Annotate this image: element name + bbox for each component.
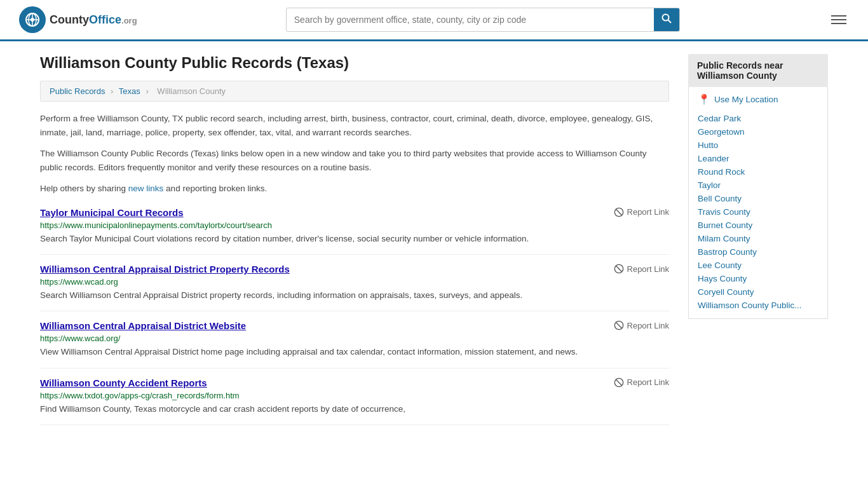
sidebar-link-7[interactable]: Travis County (698, 205, 818, 219)
logo-area: CountyOffice.org (19, 6, 137, 33)
breadcrumb-sep1: › (111, 86, 113, 96)
record-item: Taylor Municipal Court Records Report Li… (40, 198, 669, 255)
record-url-2[interactable]: https://www.wcad.org/ (40, 334, 669, 343)
sidebar-link-13[interactable]: Coryell County (698, 285, 818, 299)
report-link-3[interactable]: Report Link (614, 377, 669, 388)
sidebar-link-1[interactable]: Georgetown (698, 125, 818, 139)
intro3-suffix: and reporting broken links. (163, 184, 267, 193)
intro3-prefix: Help others by sharing (40, 184, 128, 193)
sidebar-link-3[interactable]: Leander (698, 152, 818, 165)
svg-line-11 (616, 266, 621, 272)
intro-paragraph-1: Perform a free Williamson County, TX pub… (40, 112, 669, 139)
svg-line-7 (668, 20, 671, 24)
record-url-1[interactable]: https://www.wcad.org (40, 277, 669, 287)
report-icon-0 (614, 207, 624, 217)
record-title-1[interactable]: Williamson Central Appraisal District Pr… (40, 264, 290, 274)
svg-line-15 (616, 379, 621, 385)
svg-point-6 (662, 15, 668, 21)
breadcrumb: Public Records › Texas › Williamson Coun… (40, 81, 669, 102)
sidebar-link-12[interactable]: Hays County (698, 272, 818, 285)
record-title-3[interactable]: Williamson County Accident Reports (40, 377, 207, 388)
record-url-3[interactable]: https://www.txdot.gov/apps-cg/crash_reco… (40, 391, 669, 400)
search-input-wrap (286, 8, 680, 32)
intro-paragraph-3: Help others by sharing new links and rep… (40, 182, 669, 196)
use-location-button[interactable]: 📍 Use My Location (698, 93, 818, 105)
sidebar-link-5[interactable]: Taylor (698, 179, 818, 192)
records-list: Taylor Municipal Court Records Report Li… (40, 198, 669, 425)
logo-icon (19, 6, 46, 33)
content-area: Williamson County Public Records (Texas)… (40, 54, 669, 425)
main-layout: Williamson County Public Records (Texas)… (21, 41, 847, 438)
report-link-2[interactable]: Report Link (614, 320, 669, 330)
sidebar-header: Public Records near Williamson County (688, 54, 828, 87)
breadcrumb-sep2: › (146, 86, 148, 96)
record-title-0[interactable]: Taylor Municipal Court Records (40, 207, 184, 218)
sidebar: Public Records near Williamson County 📍 … (688, 54, 828, 425)
sidebar-link-0[interactable]: Cedar Park (698, 112, 818, 125)
logo-text: CountyOffice.org (50, 13, 137, 27)
breadcrumb-texas[interactable]: Texas (119, 86, 140, 96)
svg-line-13 (616, 323, 621, 329)
sidebar-link-9[interactable]: Milam County (698, 232, 818, 245)
search-button[interactable] (654, 8, 679, 31)
sidebar-link-10[interactable]: Bastrop County (698, 245, 818, 259)
search-input[interactable] (287, 10, 654, 30)
sidebar-link-8[interactable]: Burnet County (698, 219, 818, 232)
record-desc-1: Search Williamson Central Appraisal Dist… (40, 289, 669, 302)
intro-paragraph-2: The Williamson County Public Records (Te… (40, 147, 669, 174)
location-icon: 📍 (698, 93, 710, 105)
svg-line-9 (616, 209, 621, 215)
report-icon-3 (614, 377, 624, 388)
report-link-1[interactable]: Report Link (614, 264, 669, 274)
record-desc-3: Find Williamson County, Texas motorcycle… (40, 403, 669, 416)
sidebar-link-2[interactable]: Hutto (698, 139, 818, 152)
menu-icon-line3 (831, 23, 846, 24)
sidebar-link-6[interactable]: Bell County (698, 192, 818, 205)
search-area (286, 8, 680, 32)
sidebar-link-4[interactable]: Round Rock (698, 165, 818, 179)
record-item: Williamson Central Appraisal District Pr… (40, 255, 669, 311)
page-title: Williamson County Public Records (Texas) (40, 54, 669, 72)
use-location-label: Use My Location (714, 95, 778, 104)
sidebar-link-11[interactable]: Lee County (698, 259, 818, 272)
breadcrumb-public-records[interactable]: Public Records (50, 86, 105, 96)
svg-point-5 (31, 18, 34, 22)
sidebar-links: Cedar ParkGeorgetownHuttoLeanderRound Ro… (698, 112, 818, 312)
breadcrumb-county: Williamson County (157, 86, 226, 96)
record-url-0[interactable]: https://www.municipalonlinepayments.com/… (40, 220, 669, 230)
sidebar-content: 📍 Use My Location Cedar ParkGeorgetownHu… (688, 87, 828, 319)
header: CountyOffice.org (0, 0, 868, 41)
report-link-0[interactable]: Report Link (614, 207, 669, 217)
record-desc-0: Search Taylor Municipal Court violations… (40, 233, 669, 245)
report-icon-1 (614, 264, 624, 274)
sidebar-link-14[interactable]: Williamson County Public... (698, 299, 818, 312)
report-icon-2 (614, 320, 624, 330)
record-item: Williamson County Accident Reports Repor… (40, 369, 669, 425)
record-title-2[interactable]: Williamson Central Appraisal District We… (40, 320, 246, 331)
menu-icon-line2 (831, 19, 846, 20)
menu-button[interactable] (829, 13, 849, 27)
record-item: Williamson Central Appraisal District We… (40, 311, 669, 368)
new-links-link[interactable]: new links (128, 184, 164, 193)
record-desc-2: View Williamson Central Appraisal Distri… (40, 346, 669, 358)
search-icon (661, 13, 672, 24)
menu-icon-line1 (831, 15, 846, 17)
